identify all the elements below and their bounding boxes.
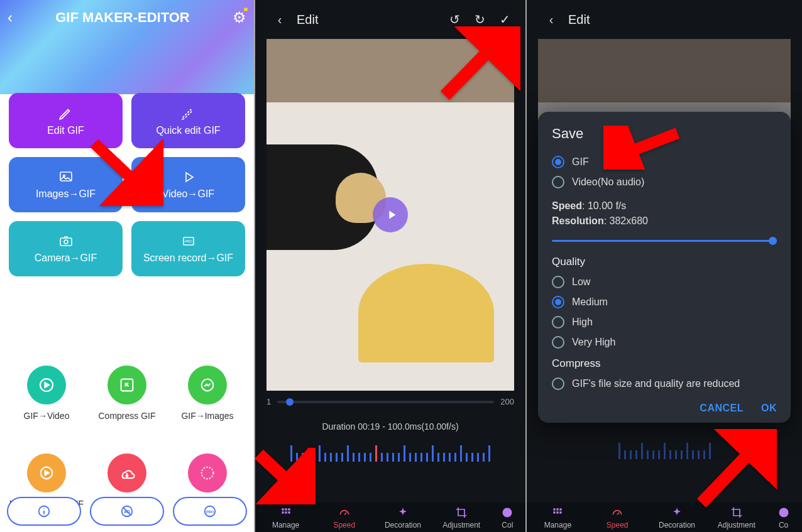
format-option-video[interactable]: Video(No audio) bbox=[552, 172, 777, 192]
app-title: GIF MAKER-EDITOR bbox=[13, 9, 233, 26]
svg-rect-2 bbox=[60, 238, 72, 246]
svg-point-10 bbox=[202, 467, 214, 479]
quality-option-high[interactable]: High bbox=[552, 312, 777, 332]
tab-speed[interactable]: Speed bbox=[319, 506, 370, 529]
image-icon bbox=[57, 170, 75, 185]
home-screen: ‹ GIF MAKER-EDITOR ⚙ Edit GIF Quick edit… bbox=[0, 0, 254, 532]
edit-tabs: Manage Speed Decoration Adjustment Co bbox=[527, 502, 802, 532]
cancel-button[interactable]: CANCEL bbox=[700, 403, 744, 414]
tab-label: Co bbox=[779, 521, 788, 529]
svg-rect-28 bbox=[560, 511, 562, 513]
quality-section-label: Quality bbox=[552, 256, 777, 268]
slider-thumb[interactable] bbox=[769, 237, 777, 245]
pencil-icon bbox=[58, 105, 74, 121]
pro-pill[interactable]: PRO bbox=[173, 497, 247, 526]
radio-label: High bbox=[572, 317, 593, 328]
svg-text:PRO: PRO bbox=[206, 510, 214, 514]
radio-label: Medium bbox=[572, 296, 608, 308]
svg-point-22 bbox=[503, 508, 512, 518]
crop-icon bbox=[730, 506, 743, 519]
svg-rect-18 bbox=[288, 508, 290, 510]
tab-adjustment[interactable]: Adjustment bbox=[436, 506, 486, 529]
tab-color[interactable]: Col bbox=[495, 506, 520, 529]
duration-readout: Duration 00:19 - 100.0ms(10.00f/s) bbox=[255, 413, 525, 440]
edit-gif-tile[interactable]: Edit GIF bbox=[9, 93, 123, 148]
radio-label: Very High bbox=[572, 337, 615, 348]
tile-label: Edit GIF bbox=[47, 125, 84, 136]
radio-unchecked-icon bbox=[552, 336, 564, 349]
edit-header: ‹ Edit bbox=[527, 0, 802, 39]
tab-adjustment[interactable]: Adjustment bbox=[711, 506, 762, 529]
timeline-thumb[interactable] bbox=[286, 398, 294, 406]
tab-label: Manage bbox=[544, 521, 571, 529]
redo-icon[interactable]: ↻ bbox=[469, 9, 490, 30]
tab-color[interactable]: Co bbox=[771, 506, 796, 529]
save-dialog-screen: ‹ Edit 1 200 Manage Speed Decoration Adj… bbox=[527, 0, 802, 532]
no-ads-pill[interactable]: AD bbox=[90, 497, 164, 526]
quality-option-low[interactable]: Low bbox=[552, 272, 777, 292]
settings-icon[interactable]: ⚙ bbox=[233, 9, 246, 26]
camera-icon bbox=[57, 234, 75, 249]
svg-rect-16 bbox=[282, 508, 283, 510]
tab-manage[interactable]: Manage bbox=[261, 506, 311, 529]
quality-option-very-high[interactable]: Very High bbox=[552, 332, 777, 352]
tile-label: Video→GIF bbox=[162, 188, 214, 200]
speed-ruler[interactable] bbox=[255, 440, 525, 462]
tab-label: Adjustment bbox=[718, 521, 755, 529]
sparkle-icon bbox=[671, 506, 683, 519]
circle-label: Compress GIF bbox=[98, 411, 155, 421]
back-icon[interactable]: ‹ bbox=[269, 9, 290, 30]
tab-decoration[interactable]: Decoration bbox=[378, 506, 428, 529]
timeline-start: 1 bbox=[266, 397, 271, 406]
timeline-track[interactable] bbox=[277, 401, 494, 403]
radio-unchecked-icon bbox=[552, 176, 564, 188]
radio-label: Low bbox=[572, 276, 590, 288]
tab-label: Manage bbox=[272, 521, 299, 529]
rec-icon: •REC bbox=[180, 234, 197, 249]
svg-rect-17 bbox=[285, 508, 287, 510]
play-triangle-icon bbox=[385, 208, 398, 222]
quality-option-medium[interactable]: Medium bbox=[552, 292, 777, 312]
save-dialog: Save GIF Video(No audio) Speed: 10.00 f/… bbox=[538, 112, 791, 423]
gif-to-images-button[interactable]: GIF→Images bbox=[167, 366, 248, 421]
circle-label: GIF→Images bbox=[181, 411, 233, 421]
ok-button[interactable]: OK bbox=[761, 403, 777, 414]
tab-speed[interactable]: Speed bbox=[592, 506, 642, 529]
palette-icon bbox=[501, 506, 514, 519]
camera-to-gif-tile[interactable]: Camera→GIF bbox=[9, 221, 123, 276]
tab-label: Speed bbox=[333, 521, 355, 529]
radio-checked-icon bbox=[552, 156, 564, 168]
screen-record-to-gif-tile[interactable]: •REC Screen record→GIF bbox=[131, 221, 245, 276]
radio-label: Video(No audio) bbox=[572, 176, 644, 188]
play-button[interactable] bbox=[373, 197, 408, 232]
compress-gif-button[interactable]: Compress GIF bbox=[87, 366, 167, 421]
confirm-icon[interactable]: ✓ bbox=[494, 9, 515, 30]
back-icon[interactable]: ‹ bbox=[541, 9, 562, 30]
gif-to-video-button[interactable]: GIF→Video bbox=[6, 366, 87, 421]
info-pill[interactable] bbox=[7, 497, 81, 526]
speed-readout: Speed: 10.00 f/s bbox=[552, 198, 777, 214]
quick-edit-gif-tile[interactable]: Quick edit GIF bbox=[131, 93, 245, 148]
back-icon[interactable]: ‹ bbox=[8, 9, 13, 26]
crop-icon bbox=[455, 506, 468, 519]
radio-unchecked-icon bbox=[552, 276, 564, 288]
format-option-gif[interactable]: GIF bbox=[552, 152, 777, 172]
tab-manage[interactable]: Manage bbox=[532, 506, 583, 529]
radio-label: GIF's file size and quality are reduced bbox=[572, 378, 740, 389]
resolution-slider[interactable] bbox=[552, 240, 777, 242]
circular-play-icon bbox=[37, 376, 56, 394]
images-to-gif-tile[interactable]: Images→GIF bbox=[9, 157, 123, 212]
tile-label: Images→GIF bbox=[36, 188, 96, 200]
timeline-end: 200 bbox=[500, 397, 514, 406]
video-preview bbox=[266, 39, 514, 391]
svg-rect-23 bbox=[554, 508, 556, 510]
tab-decoration[interactable]: Decoration bbox=[652, 506, 702, 529]
undo-icon[interactable]: ↺ bbox=[444, 9, 465, 30]
video-to-gif-tile[interactable]: Video→GIF bbox=[131, 157, 245, 212]
frame-timeline[interactable]: 1 200 bbox=[255, 391, 525, 413]
grid-icon bbox=[551, 506, 564, 519]
compress-option[interactable]: GIF's file size and quality are reduced bbox=[552, 374, 777, 394]
svg-rect-19 bbox=[282, 511, 283, 513]
radio-unchecked-icon bbox=[552, 316, 564, 328]
tab-label: Decoration bbox=[385, 521, 421, 529]
